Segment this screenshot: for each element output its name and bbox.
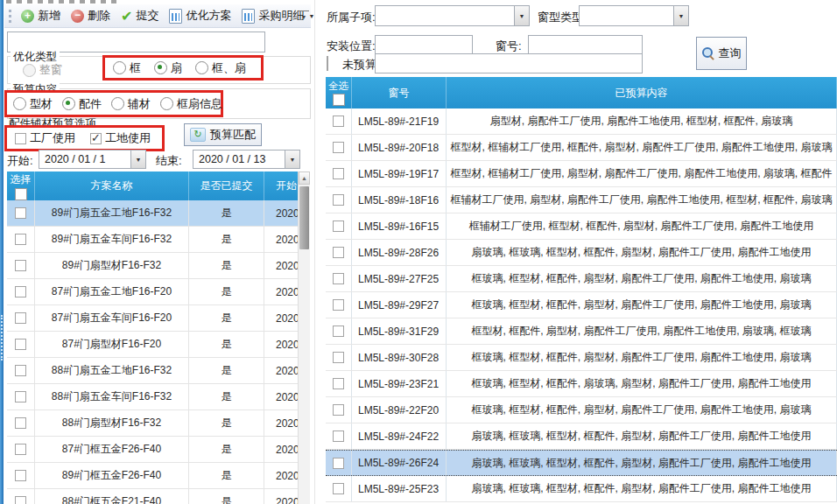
window-no-input[interactable]	[528, 35, 643, 54]
plan-table-row[interactable]: 88#门框五金F21-F40是2020/0	[7, 489, 310, 504]
radio-auxiliary[interactable]: 辅材	[111, 96, 151, 112]
plan-table-scrollbar[interactable]	[298, 172, 310, 504]
radio-frame-sash-info[interactable]: 框扇信息	[160, 96, 222, 112]
scrollbar-thumb[interactable]	[299, 186, 309, 249]
window-table-row[interactable]: LM5L-89#-20F18框型材, 框辅材工厂使用, 框配件, 扇型材, 扇配…	[326, 135, 837, 161]
row-select-checkbox[interactable]	[15, 207, 26, 219]
radio-accessory[interactable]: 配件	[62, 96, 102, 112]
plan-table-row[interactable]: 87#门框五金F26-F40是2020/0	[7, 437, 310, 463]
plan-table-row[interactable]: 88#门扇五金工地F16-F32是2020/0	[7, 358, 310, 384]
optimize-plan-button[interactable]: 优化方案	[165, 7, 236, 24]
window-table-row[interactable]: LM5L-89#-25F23扇玻璃, 框玻璃, 框型材, 框配件, 扇型材, 扇…	[326, 476, 837, 502]
window-table-row[interactable]: LM5L-89#-23F21框玻璃, 框型材, 框配件, 扇玻璃, 扇型材, 扇…	[326, 371, 837, 397]
window-table-row[interactable]: LM5L-89#-26F24扇玻璃, 框玻璃, 框型材, 框配件, 扇型材, 扇…	[326, 450, 837, 476]
budget-match-button[interactable]: 预算匹配	[184, 123, 262, 146]
window-table-row[interactable]: LM5L-89#-30F28框玻璃, 框型材, 框配件, 扇型材, 扇配件工厂使…	[326, 345, 837, 371]
start-date-picker[interactable]: 2020 / 01 / 1	[39, 150, 146, 169]
no-budget-checkbox[interactable]	[327, 56, 328, 71]
select-all-checkbox[interactable]	[15, 188, 27, 200]
radio-frame-control[interactable]	[113, 61, 126, 74]
submit-button[interactable]: 提交	[116, 7, 163, 24]
add-button[interactable]: 新增	[17, 7, 65, 24]
row-select-checkbox[interactable]	[333, 299, 344, 311]
window-table-row[interactable]: LM5L-89#-28F26扇玻璃, 框玻璃, 框型材, 框配件, 扇型材, 扇…	[326, 240, 837, 266]
window-table-row[interactable]: LM5L-89#-18F16框辅材工厂使用, 扇型材, 扇配件工厂使用, 扇配件…	[326, 187, 837, 214]
plan-table-row[interactable]: 89#门扇五金工地F16-F32是2020/0	[7, 200, 310, 227]
radio-frame-sash-info-control[interactable]	[160, 97, 173, 110]
chevron-down-icon[interactable]	[130, 150, 145, 168]
query-button[interactable]: 查询	[696, 37, 747, 70]
radio-auxiliary-control[interactable]	[111, 97, 124, 110]
radio-whole-window[interactable]: 整窗	[23, 62, 62, 78]
chevron-down-icon[interactable]	[673, 6, 688, 25]
window-table-row[interactable]: LM5L-89#-31F29框型材, 框配件, 扇型材, 扇配件工厂使用, 扇配…	[326, 318, 837, 345]
select-all-checkbox[interactable]	[333, 94, 345, 106]
chevron-down-icon[interactable]	[514, 6, 529, 25]
row-select-checkbox[interactable]	[15, 470, 26, 481]
row-select-checkbox[interactable]	[333, 326, 344, 337]
radio-whole-window-control[interactable]	[23, 64, 36, 77]
checkbox-site-use-control[interactable]	[90, 133, 102, 144]
budget-content-column-header[interactable]: 已预算内容	[447, 77, 837, 108]
row-select-checkbox[interactable]	[333, 220, 344, 232]
row-select-checkbox[interactable]	[15, 234, 26, 245]
window-table-row[interactable]: LM5L-89#-29F27框玻璃, 框型材, 框配件, 扇型材, 扇配件工厂使…	[326, 292, 837, 318]
left-collapsed-panel-strip[interactable]	[0, 0, 4, 504]
radio-profile[interactable]: 型材	[13, 96, 53, 112]
row-select-checkbox[interactable]	[15, 365, 26, 376]
delete-button[interactable]: 删除	[67, 7, 115, 24]
radio-sash-control[interactable]	[154, 61, 167, 74]
plan-name-column-header[interactable]: 方案名称	[35, 172, 189, 200]
checkbox-factory-use-control[interactable]	[15, 133, 26, 144]
row-select-checkbox[interactable]	[333, 116, 344, 127]
plan-table-row[interactable]: 89#门扇型材F16-F32是2020/0	[7, 253, 310, 279]
plan-table-row[interactable]: 87#门扇型材F16-F20是2020/0	[7, 332, 310, 358]
row-select-checkbox[interactable]	[333, 458, 344, 469]
row-select-checkbox[interactable]	[333, 194, 344, 206]
end-date-picker[interactable]: 2020 / 01 / 13	[193, 150, 300, 169]
window-table-row[interactable]: LM5L-89#-24F22扇玻璃, 框玻璃, 框型材, 框配件, 扇型材, 扇…	[326, 424, 837, 450]
window-table-row[interactable]: LM5L-89#-22F20框玻璃, 框型材, 框配件, 扇型材, 扇配件工厂使…	[326, 397, 837, 424]
row-select-checkbox[interactable]	[333, 142, 344, 153]
row-select-checkbox[interactable]	[15, 260, 26, 271]
row-select-checkbox[interactable]	[15, 286, 26, 298]
window-type-select[interactable]	[579, 5, 689, 26]
row-select-checkbox[interactable]	[333, 247, 344, 258]
checkbox-factory-use[interactable]: 工厂使用	[15, 130, 75, 146]
row-select-checkbox[interactable]	[333, 404, 344, 416]
plan-table-row[interactable]: 89#门框五金F26-F40是2020/0	[7, 463, 310, 489]
checkbox-site-use[interactable]: 工地使用	[90, 130, 151, 146]
plan-table-row[interactable]: 88#门扇五金车间F16-F32是2020/0	[7, 384, 310, 410]
plan-table-row[interactable]: 87#门扇五金工地F16-F20是2020/0	[7, 279, 310, 305]
row-select-checkbox[interactable]	[333, 352, 344, 363]
chevron-down-icon[interactable]	[285, 150, 299, 168]
row-select-checkbox[interactable]	[15, 496, 26, 504]
row-select-checkbox[interactable]	[333, 273, 344, 284]
row-select-checkbox[interactable]	[15, 444, 26, 455]
plan-table-row[interactable]: 89#门扇五金车间F16-F32是2020/0	[7, 227, 310, 253]
plan-table-row[interactable]: 87#门扇五金车间F16-F20是2020/0	[7, 305, 310, 332]
window-table-row[interactable]: LM5L-89#-27F25框玻璃, 框型材, 框配件, 扇型材, 扇配件工厂使…	[326, 266, 837, 292]
radio-frame[interactable]: 框	[113, 60, 141, 76]
radio-frame-sash-control[interactable]	[195, 61, 208, 74]
row-select-checkbox[interactable]	[333, 430, 344, 442]
radio-frame-sash[interactable]: 框、扇	[195, 60, 246, 76]
window-table-row[interactable]: LM5L-89#-16F15框辅材工厂使用, 框型材, 框配件, 扇型材, 扇配…	[326, 214, 837, 240]
scroll-up-icon[interactable]	[299, 172, 310, 185]
install-position-input[interactable]	[375, 35, 473, 54]
row-select-checkbox[interactable]	[15, 312, 26, 324]
toolbar-overflow-button[interactable]	[299, 10, 309, 24]
plan-table-row[interactable]: 88#门扇型材F16-F32是2020/0	[7, 410, 310, 437]
row-select-checkbox[interactable]	[15, 391, 26, 402]
window-no-column-header[interactable]: 窗号	[352, 77, 447, 108]
radio-profile-control[interactable]	[13, 97, 26, 110]
radio-sash[interactable]: 扇	[154, 60, 182, 76]
window-table-row[interactable]: LM5L-89#-21F19扇型材, 扇配件工厂使用, 扇配件工地使用, 框型材…	[326, 108, 837, 135]
window-table-row[interactable]: LM5L-89#-19F17框型材, 框辅材工厂使用, 扇型材, 扇配件工厂使用…	[326, 161, 837, 187]
sub-item-select[interactable]	[375, 5, 530, 26]
row-select-checkbox[interactable]	[15, 417, 26, 429]
row-select-checkbox[interactable]	[333, 483, 344, 494]
radio-accessory-control[interactable]	[62, 97, 75, 110]
submitted-column-header[interactable]: 是否已提交	[189, 172, 264, 200]
row-select-checkbox[interactable]	[333, 168, 344, 179]
